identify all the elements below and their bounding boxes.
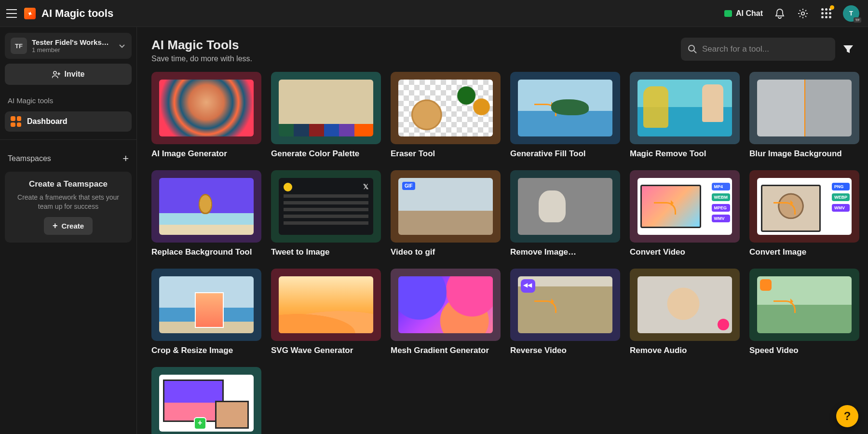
- tool-thumbnail: [749, 72, 859, 144]
- tool-thumbnail: [630, 269, 740, 341]
- sidebar: TF Tester Fidel's Works… 1 member Invite…: [0, 27, 137, 434]
- tool-card[interactable]: SVG Wave Generator: [271, 269, 381, 355]
- tool-card[interactable]: Mesh Gradient Generator: [391, 269, 501, 355]
- tool-title: Crop & Resize Image: [151, 346, 261, 355]
- create-teamspace-card: Create a Teamspace Create a framework th…: [5, 172, 132, 243]
- workspace-name: Tester Fidel's Works…: [32, 38, 113, 46]
- tool-thumbnail: [510, 170, 620, 243]
- tool-title: AI Image Generator: [151, 149, 261, 159]
- tool-title: Blur Image Background: [749, 149, 859, 159]
- sidebar-item-dashboard[interactable]: Dashboard: [5, 111, 132, 132]
- app-title: AI Magic tools: [41, 7, 113, 20]
- tool-card[interactable]: Generate Color Palette: [271, 72, 381, 159]
- tool-card[interactable]: Magic Remove Tool: [630, 72, 740, 159]
- tool-card[interactable]: Speed Video: [749, 269, 859, 355]
- add-teamspace-button[interactable]: +: [122, 153, 129, 164]
- tool-thumbnail: [630, 72, 740, 144]
- chat-icon: [724, 10, 732, 17]
- tool-title: Eraser Tool: [391, 149, 501, 159]
- thumbnail-image: [398, 178, 493, 235]
- tool-title: Reverse Video: [510, 346, 620, 355]
- x-logo-icon: 𝕏: [363, 183, 368, 190]
- svg-point-2: [689, 45, 694, 51]
- tool-title: Convert Video: [630, 247, 740, 257]
- tool-thumbnail: [510, 269, 620, 341]
- thumbnail-image: [159, 80, 254, 136]
- arrow-icon: [773, 202, 796, 215]
- filter-icon[interactable]: [843, 44, 854, 54]
- person-add-icon: [52, 70, 61, 78]
- tool-thumbnail: [391, 72, 501, 144]
- create-teamspace-button[interactable]: + Create: [44, 217, 93, 235]
- svg-point-0: [801, 12, 804, 14]
- search-box[interactable]: [681, 38, 835, 61]
- tool-title: SVG Wave Generator: [271, 346, 381, 355]
- invite-button[interactable]: Invite: [5, 64, 132, 85]
- arrow-icon: [534, 104, 556, 116]
- apps-icon[interactable]: [820, 7, 832, 20]
- tool-card[interactable]: MP4WEBMMPEGWMVConvert Video: [630, 170, 740, 257]
- tool-thumbnail: [151, 170, 261, 243]
- tool-card[interactable]: 𝕏Tweet to Image: [271, 170, 381, 257]
- user-avatar[interactable]: T TF: [843, 5, 859, 22]
- topbar-right: AI Chat T TF: [724, 5, 859, 22]
- avatar-initial: T: [849, 10, 853, 17]
- format-badges: MP4WEBMMPEGWMV: [712, 183, 731, 222]
- topbar: AI Magic tools AI Chat T TF: [0, 0, 868, 27]
- thumbnail-image: PNGWEBPWMV: [757, 178, 852, 235]
- divider: [0, 139, 136, 140]
- tool-card[interactable]: Generative Fill Tool: [510, 72, 620, 159]
- tool-title: Replace Background Tool: [151, 247, 261, 257]
- thumbnail-image: [637, 80, 732, 136]
- tool-card[interactable]: Reverse Video: [510, 269, 620, 355]
- thumbnail-image: [757, 80, 852, 136]
- arrow-icon: [654, 202, 676, 215]
- tool-thumbnail: MP4WEBMMPEGWMV: [630, 170, 740, 243]
- tool-card[interactable]: PNGWEBPWMVConvert Image: [749, 170, 859, 257]
- search-input[interactable]: [702, 44, 828, 54]
- tool-thumbnail: [151, 367, 261, 434]
- tool-title: Remove Image…: [510, 247, 620, 257]
- thumbnail-image: [757, 276, 852, 333]
- tool-card[interactable]: Remove Image…: [510, 170, 620, 257]
- chevron-down-icon: [118, 42, 126, 50]
- tool-card[interactable]: Video to gif: [391, 170, 501, 257]
- thumbnail-image: [398, 80, 493, 136]
- tool-card[interactable]: Crop & Resize Image: [151, 269, 261, 355]
- help-button[interactable]: ?: [836, 405, 858, 427]
- tool-thumbnail: [749, 269, 859, 341]
- arrow-icon: [773, 300, 796, 313]
- tool-card[interactable]: Replace Background Tool: [151, 170, 261, 257]
- tool-title: Generative Fill Tool: [510, 149, 620, 159]
- format-badges: PNGWEBPWMV: [832, 183, 850, 212]
- thumbnail-image: [279, 276, 373, 333]
- settings-icon[interactable]: [797, 7, 809, 20]
- tool-thumbnail: [271, 269, 381, 341]
- thumbnail-image: [637, 276, 732, 333]
- tool-card[interactable]: Blur Image Background: [749, 72, 859, 159]
- ai-chat-button[interactable]: AI Chat: [724, 9, 763, 18]
- thumbnail-image: [159, 276, 254, 333]
- thumbnail-image: 𝕏: [279, 178, 373, 235]
- app-logo-icon[interactable]: [24, 8, 36, 19]
- ai-chat-label: AI Chat: [736, 9, 763, 18]
- page-subtitle: Save time, do more with less.: [151, 54, 252, 63]
- tool-card[interactable]: Eraser Tool: [391, 72, 501, 159]
- tool-title: Remove Audio: [630, 346, 740, 355]
- teamspaces-label: Teamspaces: [8, 154, 51, 163]
- tool-title: Generate Color Palette: [271, 149, 381, 159]
- help-label: ?: [844, 409, 851, 423]
- workspace-members: 1 member: [32, 46, 113, 54]
- tool-card[interactable]: Remove Audio: [630, 269, 740, 355]
- tool-card[interactable]: AI Image Generator: [151, 72, 261, 159]
- tool-thumbnail: [510, 72, 620, 144]
- menu-icon[interactable]: [5, 7, 18, 20]
- avatar-badge: TF: [854, 17, 861, 23]
- main-header: AI Magic Tools Save time, do more with l…: [151, 38, 854, 63]
- notifications-icon[interactable]: [773, 7, 786, 20]
- tool-thumbnail: [271, 72, 381, 144]
- tool-card[interactable]: [151, 367, 261, 434]
- thumbnail-image: [518, 276, 612, 333]
- main-content: AI Magic Tools Save time, do more with l…: [137, 27, 868, 434]
- workspace-switcher[interactable]: TF Tester Fidel's Works… 1 member: [5, 33, 132, 59]
